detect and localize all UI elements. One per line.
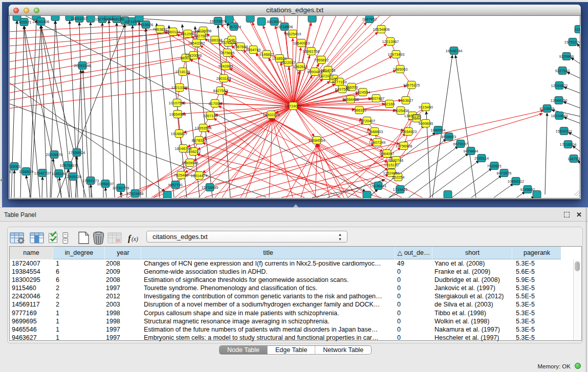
svg-text:7663822: 7663822 xyxy=(153,27,168,32)
svg-text:1362615: 1362615 xyxy=(293,64,308,69)
svg-text:546: 546 xyxy=(229,38,235,42)
svg-text:2935114: 2935114 xyxy=(474,156,489,161)
svg-text:18640910: 18640910 xyxy=(293,41,310,46)
svg-text:6994028: 6994028 xyxy=(321,68,336,73)
svg-text:1405571: 1405571 xyxy=(17,20,32,25)
svg-text:10653267: 10653267 xyxy=(71,16,88,21)
svg-text:9245652: 9245652 xyxy=(520,187,535,192)
svg-text:2803144: 2803144 xyxy=(216,76,231,81)
svg-text:9227342: 9227342 xyxy=(555,69,570,73)
svg-text:18807249: 18807249 xyxy=(369,140,386,145)
svg-text:9146821: 9146821 xyxy=(259,52,274,57)
svg-text:13654923: 13654923 xyxy=(400,129,417,134)
svg-text:3267130: 3267130 xyxy=(203,114,218,118)
svg-text:98901: 98901 xyxy=(181,56,191,60)
svg-text:12905135: 12905135 xyxy=(65,174,82,179)
svg-text:9084067: 9084067 xyxy=(380,151,395,156)
svg-text:3875685: 3875685 xyxy=(220,51,235,55)
svg-text:9657791: 9657791 xyxy=(168,183,183,187)
svg-text:10107553: 10107553 xyxy=(169,101,186,105)
svg-text:252254: 252254 xyxy=(392,175,405,180)
svg-text:10154808: 10154808 xyxy=(373,27,390,32)
svg-text:7485063: 7485063 xyxy=(393,67,408,72)
svg-text:12353594: 12353594 xyxy=(195,126,212,130)
svg-text:19654983: 19654983 xyxy=(169,112,186,117)
svg-text:9242843: 9242843 xyxy=(219,64,233,69)
svg-text:8813054: 8813054 xyxy=(267,19,282,24)
svg-text:1733426: 1733426 xyxy=(393,187,408,192)
svg-text:39154: 39154 xyxy=(9,169,11,174)
svg-text:746206: 746206 xyxy=(345,85,358,90)
svg-text:10975867: 10975867 xyxy=(60,163,77,168)
svg-text:1527602: 1527602 xyxy=(95,17,110,21)
svg-text:62160: 62160 xyxy=(384,102,395,106)
svg-text:(x): (x) xyxy=(132,236,138,243)
svg-text:12923468: 12923468 xyxy=(127,191,144,196)
svg-text:19756928: 19756928 xyxy=(396,144,412,148)
svg-text:16210643: 16210643 xyxy=(551,114,568,118)
svg-text:16914479: 16914479 xyxy=(191,173,208,178)
svg-text:9660124: 9660124 xyxy=(166,30,181,34)
svg-text:7386322: 7386322 xyxy=(352,108,367,113)
svg-text:16648784: 16648784 xyxy=(446,49,463,53)
svg-text:9329966: 9329966 xyxy=(559,54,574,59)
svg-text:19166827: 19166827 xyxy=(171,132,188,136)
svg-text:17016504: 17016504 xyxy=(560,142,577,147)
svg-text:8215955: 8215955 xyxy=(540,106,555,111)
svg-text:20691406: 20691406 xyxy=(33,19,50,24)
svg-text:12213967: 12213967 xyxy=(382,39,399,44)
svg-text:1117: 1117 xyxy=(575,27,580,32)
svg-text:10025438: 10025438 xyxy=(393,108,409,113)
svg-text:20053346: 20053346 xyxy=(74,63,91,68)
svg-text:8427552: 8427552 xyxy=(213,89,228,93)
svg-text:8471676: 8471676 xyxy=(497,171,512,176)
svg-text:1615132: 1615132 xyxy=(384,163,399,167)
svg-text:20364436: 20364436 xyxy=(342,97,359,102)
svg-text:9474444: 9474444 xyxy=(464,149,478,154)
svg-text:7515526: 7515526 xyxy=(139,23,154,27)
svg-text:15751074: 15751074 xyxy=(564,40,580,45)
svg-text:8186328: 8186328 xyxy=(208,38,223,42)
svg-text:20206576: 20206576 xyxy=(46,152,63,157)
svg-text:15716485: 15716485 xyxy=(202,185,219,190)
svg-text:7357224: 7357224 xyxy=(227,25,242,29)
svg-text:17359924: 17359924 xyxy=(69,150,85,155)
svg-text:2087652: 2087652 xyxy=(362,17,377,21)
svg-text:835061: 835061 xyxy=(9,164,20,169)
svg-text:8678332: 8678332 xyxy=(192,138,207,143)
svg-text:15720407: 15720407 xyxy=(359,119,376,123)
svg-text:9327500: 9327500 xyxy=(194,34,209,38)
svg-text:10973493: 10973493 xyxy=(388,52,405,57)
svg-text:12975125: 12975125 xyxy=(403,83,420,87)
svg-text:16961758: 16961758 xyxy=(303,49,320,54)
svg-text:12942737: 12942737 xyxy=(34,171,51,176)
svg-text:19218506: 19218506 xyxy=(276,25,293,29)
svg-text:10782759: 10782759 xyxy=(113,186,129,190)
svg-text:15909948: 15909948 xyxy=(182,161,199,165)
svg-text:1145194: 1145194 xyxy=(52,171,66,176)
svg-text:817006: 817006 xyxy=(209,101,222,106)
svg-text:7463627: 7463627 xyxy=(399,98,413,103)
svg-text:2367608: 2367608 xyxy=(233,45,248,49)
svg-text:2718176: 2718176 xyxy=(176,70,190,74)
svg-text:8938923: 8938923 xyxy=(442,135,456,139)
svg-text:8454749: 8454749 xyxy=(246,48,261,52)
svg-text:12444150: 12444150 xyxy=(551,98,568,103)
svg-text:7625402: 7625402 xyxy=(174,173,189,178)
svg-text:16033809: 16033809 xyxy=(210,19,227,24)
svg-text:1156819: 1156819 xyxy=(19,169,33,174)
svg-text:9115460: 9115460 xyxy=(419,105,433,110)
svg-text:12093822: 12093822 xyxy=(551,83,568,88)
svg-text:10958107: 10958107 xyxy=(97,182,114,186)
svg-text:18302273: 18302273 xyxy=(263,113,280,117)
svg-text:7955812: 7955812 xyxy=(314,58,329,62)
svg-text:3824554: 3824554 xyxy=(356,90,371,95)
svg-text:15136141: 15136141 xyxy=(370,184,387,188)
svg-text:8912954: 8912954 xyxy=(181,32,195,36)
svg-text:10654112: 10654112 xyxy=(508,179,524,184)
svg-text:1120746: 1120746 xyxy=(389,158,403,163)
svg-text:6679197: 6679197 xyxy=(453,142,468,146)
svg-text:19384554: 19384554 xyxy=(309,138,325,143)
svg-text:15692901: 15692901 xyxy=(556,129,573,134)
svg-text:9699695: 9699695 xyxy=(419,121,433,126)
